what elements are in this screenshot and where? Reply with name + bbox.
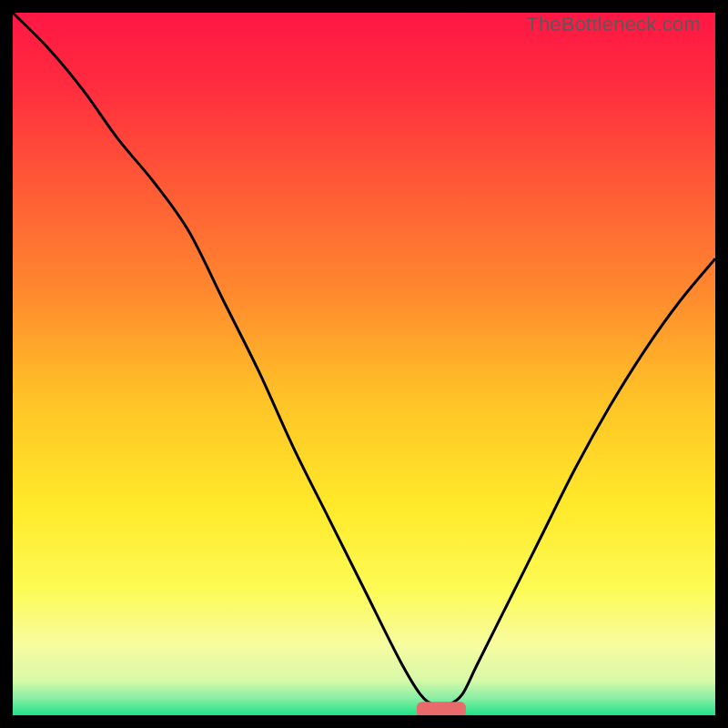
chart-frame: TheBottleneck.com xyxy=(13,13,715,715)
chart-background xyxy=(13,13,715,715)
bottleneck-chart xyxy=(13,13,715,715)
optimal-marker xyxy=(417,702,466,715)
watermark-text: TheBottleneck.com xyxy=(526,13,701,36)
